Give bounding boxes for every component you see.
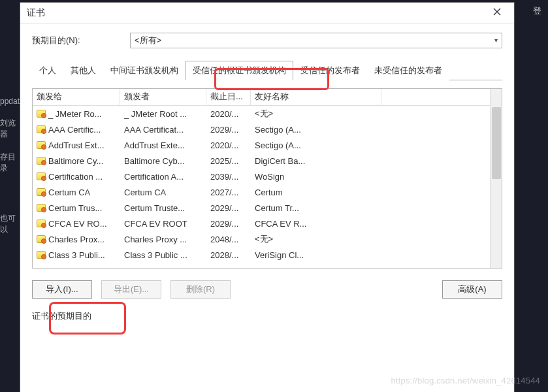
close-icon bbox=[493, 8, 501, 16]
certificate-icon bbox=[37, 251, 46, 259]
rows-container: _ JMeter Ro..._ JMeter Root ...2020/...<… bbox=[33, 106, 502, 268]
tab-intermediate-ca[interactable]: 中间证书颁发机构 bbox=[103, 61, 185, 80]
tab-other-people[interactable]: 其他人 bbox=[63, 61, 103, 80]
list-header: 颁发给 颁发者 截止日... 友好名称 bbox=[33, 89, 502, 106]
purpose-label: 预期目的(N): bbox=[32, 35, 130, 46]
delete-button[interactable]: 删除(R) bbox=[170, 280, 231, 299]
bg-side-text: 刘览器 bbox=[0, 118, 20, 140]
cell-expiration: 2027/... bbox=[206, 186, 251, 199]
cell-friendly-name: <无> bbox=[251, 231, 381, 247]
cell-issued-to: AAA Certific... bbox=[48, 125, 101, 135]
cell-expiration: 2029/... bbox=[206, 201, 251, 215]
table-row[interactable]: Certification ...Certification A...2039/… bbox=[33, 169, 502, 184]
certificate-icon bbox=[37, 110, 46, 118]
cell-friendly-name: Certum bbox=[251, 186, 381, 199]
cell-friendly-name: DigiCert Ba... bbox=[251, 154, 381, 168]
scrollbar-thumb[interactable] bbox=[492, 107, 501, 179]
certificate-icon bbox=[37, 188, 46, 196]
col-issued-to[interactable]: 颁发给 bbox=[33, 89, 120, 105]
cell-friendly-name: VeriSign Cl... bbox=[251, 248, 381, 262]
cell-issued-to: Certum CA bbox=[48, 188, 90, 197]
tab-personal[interactable]: 个人 bbox=[32, 61, 63, 80]
certificate-icon bbox=[37, 204, 46, 212]
bg-side-text: 存目录 bbox=[0, 152, 20, 174]
tab-bar: 个人 其他人 中间证书颁发机构 受信任的根证书颁发机构 受信任的发布者 未受信任… bbox=[32, 60, 502, 80]
tab-untrusted-publishers[interactable]: 未受信任的发布者 bbox=[367, 61, 449, 80]
cell-issued-by: CFCA EV ROOT bbox=[120, 217, 206, 231]
cell-friendly-name: <无> bbox=[251, 106, 381, 122]
cell-expiration: 2029/... bbox=[206, 217, 251, 231]
certificate-icon bbox=[37, 157, 46, 165]
certificate-icon bbox=[37, 220, 46, 227]
cell-friendly-name: CFCA EV R... bbox=[251, 217, 381, 231]
cell-issued-by: Class 3 Public ... bbox=[120, 248, 206, 262]
cell-issued-to: AddTrust Ext... bbox=[48, 140, 105, 150]
certificate-icon bbox=[37, 141, 46, 149]
cell-friendly-name: WoSign bbox=[251, 170, 381, 184]
cell-issued-by: Certum CA bbox=[120, 186, 206, 199]
bg-login-text: 登 bbox=[533, 5, 541, 17]
export-button[interactable]: 导出(E)... bbox=[101, 280, 161, 299]
cell-friendly-name: Sectigo (A... bbox=[251, 139, 381, 152]
cell-issued-to: _ JMeter Ro... bbox=[48, 109, 102, 119]
table-row[interactable]: Certum CACertum CA2027/...Certum bbox=[33, 184, 502, 200]
cell-expiration: 2028/... bbox=[206, 248, 251, 262]
bg-side-text: ppdat bbox=[0, 97, 20, 106]
tab-trusted-root-ca[interactable]: 受信任的根证书颁发机构 bbox=[185, 61, 293, 80]
cell-issued-by: Certum Truste... bbox=[120, 201, 206, 215]
cell-friendly-name: Certum Tr... bbox=[251, 201, 381, 215]
certificate-icon bbox=[37, 235, 46, 243]
close-button[interactable] bbox=[487, 8, 508, 18]
col-expiration[interactable]: 截止日... bbox=[206, 89, 251, 105]
purpose-section-label: 证书的预期目的 bbox=[32, 310, 502, 322]
cell-issued-to: Certification ... bbox=[48, 172, 103, 182]
table-row[interactable]: AAA Certific...AAA Certificat...2029/...… bbox=[33, 122, 502, 137]
cell-issued-to: Charles Prox... bbox=[48, 235, 105, 244]
cell-issued-by: Charles Proxy ... bbox=[120, 233, 206, 246]
titlebar: 证书 bbox=[20, 3, 514, 24]
cell-issued-to: Class 3 Publi... bbox=[48, 250, 105, 260]
cell-issued-by: AddTrust Exte... bbox=[120, 139, 206, 152]
cell-issued-by: _ JMeter Root ... bbox=[120, 107, 206, 121]
cell-issued-to: Certum Trus... bbox=[48, 203, 102, 213]
import-button[interactable]: 导入(I)... bbox=[32, 280, 92, 299]
cell-issued-by: Baltimore Cyb... bbox=[120, 154, 206, 168]
table-row[interactable]: Class 3 Publi...Class 3 Public ...2028/.… bbox=[33, 247, 502, 263]
cell-issued-by: Certification A... bbox=[120, 170, 206, 184]
table-row[interactable]: CFCA EV RO...CFCA EV ROOT2029/...CFCA EV… bbox=[33, 216, 502, 231]
table-row[interactable]: Charles Prox...Charles Proxy ...2048/...… bbox=[33, 231, 502, 247]
chevron-down-icon: ▾ bbox=[494, 37, 498, 44]
col-issued-by[interactable]: 颁发者 bbox=[120, 89, 206, 105]
table-row[interactable]: Baltimore Cy...Baltimore Cyb...2025/...D… bbox=[33, 153, 502, 169]
cell-expiration: 2020/... bbox=[206, 139, 251, 152]
scrollbar-track[interactable] bbox=[490, 89, 502, 268]
cell-expiration: 2029/... bbox=[206, 123, 251, 137]
cell-expiration: 2025/... bbox=[206, 154, 251, 168]
bg-sidebar: ppdat 刘览器 存目录 也可以 bbox=[0, 0, 20, 392]
cell-issued-to: Baltimore Cy... bbox=[48, 156, 103, 166]
certificate-icon bbox=[37, 125, 46, 133]
certificates-dialog: 证书 预期目的(N): <所有> ▾ 个人 其他人 中间证书颁发机构 受信任的根… bbox=[20, 2, 515, 392]
certificate-icon bbox=[37, 172, 46, 180]
col-friendly-name[interactable]: 友好名称 bbox=[251, 89, 381, 105]
cell-issued-to: CFCA EV RO... bbox=[48, 219, 107, 229]
purpose-select[interactable]: <所有> ▾ bbox=[130, 33, 502, 48]
cell-expiration: 2039/... bbox=[206, 170, 251, 184]
table-row[interactable]: Certum Trus...Certum Truste...2029/...Ce… bbox=[33, 200, 502, 216]
cell-expiration: 2048/... bbox=[206, 233, 251, 246]
table-row[interactable]: AddTrust Ext...AddTrust Exte...2020/...S… bbox=[33, 137, 502, 153]
purpose-value: <所有> bbox=[135, 35, 161, 46]
dialog-title: 证书 bbox=[27, 7, 487, 19]
tab-trusted-publishers[interactable]: 受信任的发布者 bbox=[293, 61, 367, 80]
bg-side-text: 也可以 bbox=[0, 213, 20, 235]
cell-friendly-name: Sectigo (A... bbox=[251, 123, 381, 137]
cell-issued-by: AAA Certificat... bbox=[120, 123, 206, 137]
certificate-list: 颁发给 颁发者 截止日... 友好名称 _ JMeter Ro..._ JMet… bbox=[32, 88, 502, 269]
table-row[interactable]: _ JMeter Ro..._ JMeter Root ...2020/...<… bbox=[33, 106, 502, 122]
advanced-button[interactable]: 高级(A) bbox=[442, 280, 502, 299]
cell-expiration: 2020/... bbox=[206, 107, 251, 121]
